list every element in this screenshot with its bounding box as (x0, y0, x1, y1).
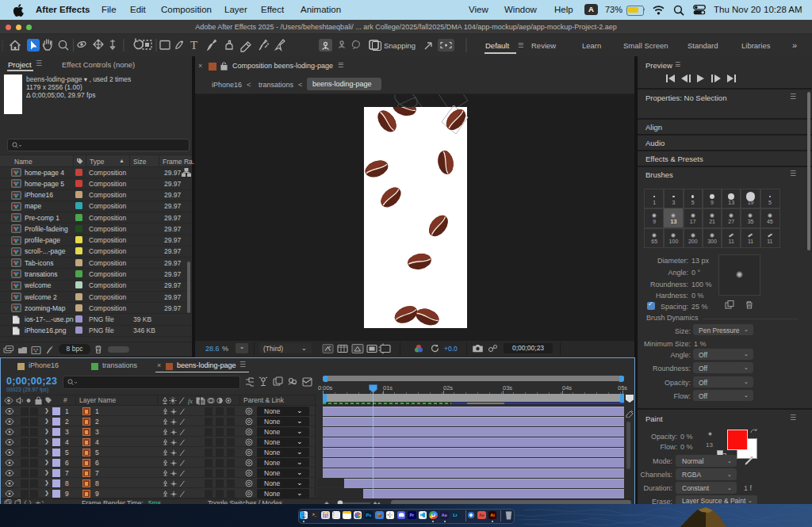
svg-text:fx: fx (188, 398, 193, 405)
svg-text:T: T (190, 39, 197, 52)
